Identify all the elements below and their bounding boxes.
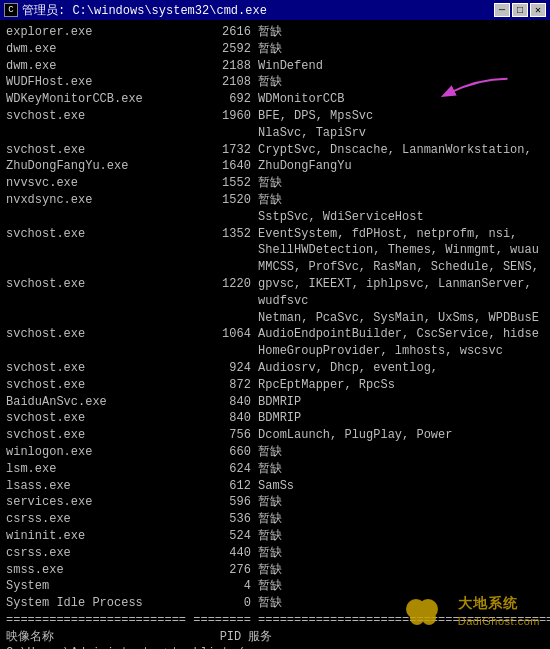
maximize-button[interactable]: □ [512,3,528,17]
terminal-line: svchost.exe 840 BDMRIP [6,410,544,427]
watermark-text: 大地系统 DadiGhost.com [458,594,540,629]
terminal-line: svchost.exe 1220 gpvsc, IKEEXT, iphlpsvc… [6,276,544,293]
terminal-line: nvxdsync.exe 1520 暂缺 [6,192,544,209]
terminal-line: svchost.exe 1352 EventSystem, fdPHost, n… [6,226,544,243]
terminal-line: WDKeyMonitorCCB.exe 692 WDMonitorCCB [6,91,544,108]
watermark-main-text: 大地系统 [458,594,540,614]
terminal-line: dwm.exe 2188 WinDefend [6,58,544,75]
terminal-line: wininit.exe 524 暂缺 [6,528,544,545]
terminal-line: SstpSvc, WdiServiceHost [6,209,544,226]
terminal-line: svchost.exe 872 RpcEptMapper, RpcSs [6,377,544,394]
terminal-line: wudfsvc [6,293,544,310]
terminal-line: nvvsvc.exe 1552 暂缺 [6,175,544,192]
terminal-line: BaiduAnSvc.exe 840 BDMRIP [6,394,544,411]
title-bar-controls[interactable]: ─ □ ✕ [494,3,546,17]
cmd-icon: C [4,3,18,17]
close-button[interactable]: ✕ [530,3,546,17]
terminal-line: services.exe 596 暂缺 [6,494,544,511]
terminal-line: HomeGroupProvider, lmhosts, wscsvc [6,343,544,360]
terminal-line: explorer.exe 2616 暂缺 [6,24,544,41]
terminal-line: svchost.exe 1732 CryptSvc, Dnscache, Lan… [6,142,544,159]
terminal-area: explorer.exe 2616 暂缺dwm.exe 2592 暂缺dwm.e… [0,20,550,649]
terminal-line: csrss.exe 536 暂缺 [6,511,544,528]
terminal-line: svchost.exe 756 DcomLaunch, PlugPlay, Po… [6,427,544,444]
terminal-line: lsass.exe 612 SamSs [6,478,544,495]
terminal-line: C:\Users\Administrator>tasklist /svc [6,645,544,649]
terminal-line: csrss.exe 440 暂缺 [6,545,544,562]
minimize-button[interactable]: ─ [494,3,510,17]
terminal-line: winlogon.exe 660 暂缺 [6,444,544,461]
terminal-line: System 4 暂缺 [6,578,544,595]
terminal-line: NlaSvc, TapiSrv [6,125,544,142]
terminal-line: MMCSS, ProfSvc, RasMan, Schedule, SENS, [6,259,544,276]
watermark-logo [406,597,450,627]
terminal-line: svchost.exe 924 Audiosrv, Dhcp, eventlog… [6,360,544,377]
terminal-line: smss.exe 276 暂缺 [6,562,544,579]
terminal-line: 映像名称 PID 服务 [6,629,544,646]
title-bar: C 管理员: C:\windows\system32\cmd.exe ─ □ ✕ [0,0,550,20]
window-title: 管理员: C:\windows\system32\cmd.exe [22,2,267,19]
terminal-line: lsm.exe 624 暂缺 [6,461,544,478]
watermark: 大地系统 DadiGhost.com [406,594,540,629]
terminal-line: WUDFHost.exe 2108 暂缺 [6,74,544,91]
terminal-line: ZhuDongFangYu.exe 1640 ZhuDongFangYu [6,158,544,175]
terminal-line: svchost.exe 1064 AudioEndpointBuilder, C… [6,326,544,343]
terminal-line: ShellHWDetection, Themes, Winmgmt, wuau [6,242,544,259]
title-bar-left: C 管理员: C:\windows\system32\cmd.exe [4,2,267,19]
watermark-sub-text: DadiGhost.com [458,614,540,629]
terminal-line: Netman, PcaSvc, SysMain, UxSms, WPDBusE [6,310,544,327]
terminal-line: svchost.exe 1960 BFE, DPS, MpsSvc [6,108,544,125]
terminal-line: dwm.exe 2592 暂缺 [6,41,544,58]
